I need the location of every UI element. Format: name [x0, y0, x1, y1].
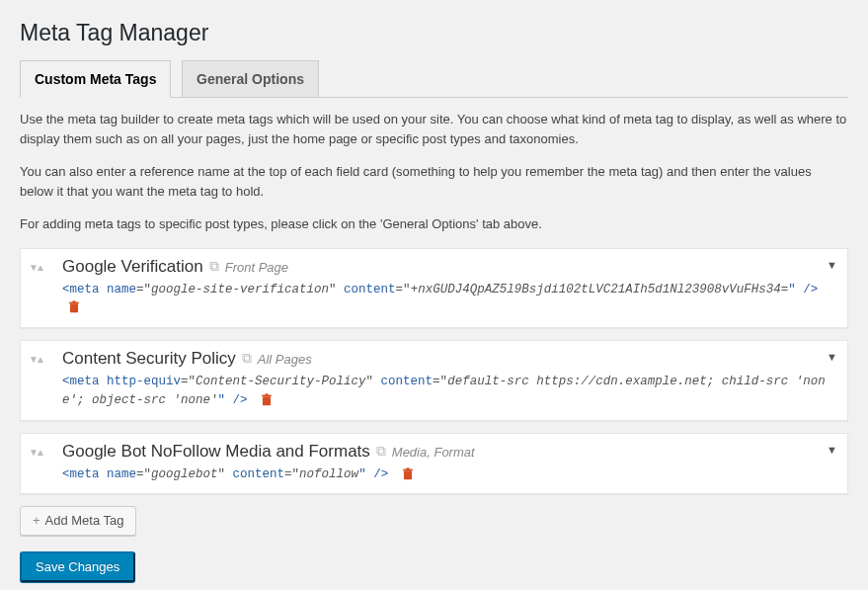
save-changes-button[interactable]: Save Changes — [20, 551, 135, 582]
drag-handle-icon[interactable]: ▼▲ — [29, 355, 42, 365]
card-code: <meta name="google-site-verification" co… — [62, 281, 835, 318]
card-scope: All Pages — [258, 352, 312, 367]
tab-custom-meta-tags[interactable]: Custom Meta Tags — [20, 60, 171, 98]
drag-handle-icon[interactable]: ▼▲ — [29, 263, 42, 273]
collapse-toggle-icon[interactable]: ▼ — [827, 444, 837, 456]
collapse-toggle-icon[interactable]: ▼ — [827, 259, 837, 271]
drag-handle-icon[interactable]: ▼▲ — [29, 448, 42, 458]
meta-tag-card: ▼▲ ▼ Google Bot NoFollow Media and Forma… — [20, 433, 848, 495]
card-code: <meta http-equiv="Content-Security-Polic… — [62, 373, 835, 410]
svg-rect-8 — [406, 467, 409, 469]
plus-icon: + — [33, 513, 40, 528]
svg-rect-5 — [265, 393, 268, 395]
trash-icon[interactable] — [68, 300, 80, 313]
meta-tag-card: ▼▲ ▼ Content Security Policy ⧉ All Pages… — [20, 340, 848, 421]
svg-rect-6 — [404, 470, 412, 479]
trash-icon[interactable] — [261, 393, 273, 406]
copy-icon[interactable]: ⧉ — [376, 443, 386, 460]
card-scope: Media, Format — [392, 445, 475, 460]
intro-p3: For adding meta tags to specific post ty… — [20, 214, 848, 234]
tabs: Custom Meta Tags General Options — [20, 51, 848, 98]
collapse-toggle-icon[interactable]: ▼ — [827, 351, 837, 363]
svg-rect-3 — [263, 396, 271, 405]
add-meta-tag-button[interactable]: + Add Meta Tag — [20, 506, 136, 536]
svg-rect-0 — [70, 304, 78, 313]
intro-text: Use the meta tag builder to create meta … — [20, 110, 848, 234]
trash-icon[interactable] — [402, 467, 414, 480]
page-title: Meta Tag Manager — [20, 10, 848, 51]
intro-p2: You can also enter a reference name at t… — [20, 162, 848, 201]
card-scope: Front Page — [225, 260, 288, 275]
svg-rect-2 — [72, 301, 75, 303]
card-title: Google Bot NoFollow Media and Formats — [62, 442, 370, 462]
copy-icon[interactable]: ⧉ — [209, 258, 219, 275]
tab-general-options[interactable]: General Options — [182, 60, 319, 97]
meta-tag-card: ▼▲ ▼ Google Verification ⧉ Front Page <m… — [20, 248, 848, 329]
intro-p1: Use the meta tag builder to create meta … — [20, 110, 848, 148]
add-meta-tag-label: Add Meta Tag — [45, 513, 124, 528]
copy-icon[interactable]: ⧉ — [242, 350, 252, 367]
card-title: Google Verification — [62, 257, 203, 277]
card-title: Content Security Policy — [62, 349, 236, 369]
card-code: <meta name="googlebot" content="nofollow… — [62, 465, 835, 484]
